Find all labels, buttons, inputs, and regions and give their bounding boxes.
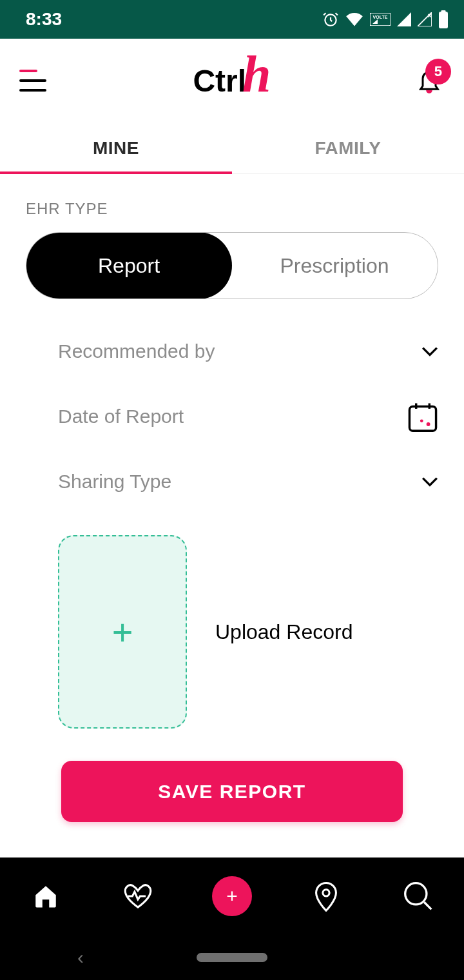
segment-report[interactable]: Report [26,232,232,299]
svg-point-7 [420,419,423,422]
wifi-icon [345,12,363,26]
svg-rect-4 [439,12,448,28]
signal-2-icon: × [418,12,432,26]
svg-text:×: × [427,12,431,19]
svg-rect-6 [409,407,436,431]
status-icons: VOLTE × [322,10,449,28]
svg-point-9 [323,890,329,896]
bottom-navigation: + [0,858,464,935]
svg-rect-5 [441,10,446,13]
status-time: 8:33 [26,9,62,30]
save-report-button[interactable]: SAVE REPORT [61,761,403,822]
menu-line-icon [19,89,46,92]
svg-point-10 [405,883,426,905]
app-header: Ctrl h 5 [0,39,464,122]
logo-script: h [242,45,271,104]
segment-prescription[interactable]: Prescription [231,233,438,299]
notification-badge: 5 [425,59,451,84]
heart-pulse-icon [122,883,153,910]
recommended-by-label: Recommended by [58,340,215,362]
nav-health[interactable] [120,878,156,914]
menu-line-icon [19,79,46,82]
owner-tabs: MINE FAMILY [0,122,464,174]
sharing-type-label: Sharing Type [58,471,171,493]
android-status-bar: 8:33 VOLTE × [0,0,464,39]
android-nav-bar: ‹ [0,935,464,980]
back-icon[interactable]: ‹ [77,946,84,968]
upload-record-row: + Upload Record [26,535,438,729]
home-icon [32,883,59,910]
date-of-report-label: Date of Report [58,406,184,427]
search-icon [403,881,434,912]
alarm-icon [322,11,339,28]
svg-point-8 [427,422,430,426]
plus-icon: + [112,611,133,653]
form-area: EHR TYPE Report Prescription Recommended… [0,174,464,858]
upload-record-box[interactable]: + [58,535,187,729]
chevron-down-icon [421,476,438,487]
volte-icon: VOLTE [370,13,391,26]
nav-location[interactable] [308,878,344,914]
signal-icon [397,12,411,26]
ehr-type-toggle: Report Prescription [26,232,438,299]
nav-home[interactable] [28,878,64,914]
nav-handle[interactable] [197,953,267,962]
date-of-report-field[interactable]: Date of Report [26,382,438,451]
nav-search[interactable] [400,878,436,914]
menu-button[interactable] [19,70,48,92]
map-pin-icon [313,881,339,912]
tab-mine[interactable]: MINE [0,122,232,173]
logo-text: Ctrl [193,63,246,99]
nav-add[interactable]: + [212,876,252,916]
menu-line-icon [19,70,37,72]
notifications-button[interactable]: 5 [416,66,445,95]
plus-icon: + [226,885,238,907]
ehr-type-label: EHR TYPE [26,200,438,218]
sharing-type-dropdown[interactable]: Sharing Type [26,451,438,512]
battery-icon [438,10,449,28]
svg-text:VOLTE: VOLTE [373,15,388,19]
calendar-icon [407,401,438,432]
chevron-down-icon [421,346,438,357]
upload-record-label: Upload Record [215,620,353,644]
recommended-by-dropdown[interactable]: Recommended by [26,321,438,382]
app-logo: Ctrl h [193,58,271,104]
tab-family[interactable]: FAMILY [232,122,464,173]
